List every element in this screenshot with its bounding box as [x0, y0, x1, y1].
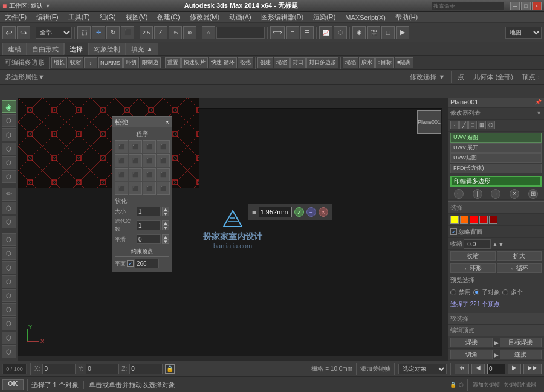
sidebar-btn-17[interactable]: ⬡: [2, 332, 16, 344]
cancel-btn[interactable]: ×: [319, 207, 328, 217]
sidebar-btn-18[interactable]: ⬡: [2, 345, 16, 358]
menu-graph-editor[interactable]: 图形编辑器(D): [259, 12, 306, 22]
menu-help[interactable]: 帮助(H): [393, 12, 420, 22]
constraint-btn[interactable]: 限制边: [140, 57, 161, 68]
grow-button[interactable]: 扩大: [497, 251, 542, 261]
menu-maxscript[interactable]: MAXScript(X): [343, 13, 388, 22]
ignore-back-checkbox[interactable]: ✓: [450, 228, 457, 235]
relax-btn[interactable]: 松弛: [238, 57, 253, 68]
coord-x-input[interactable]: [42, 364, 76, 374]
move-tool[interactable]: ✛: [92, 26, 105, 39]
modifier-ffd[interactable]: FFD(长方体): [450, 164, 542, 173]
sidebar-btn-15[interactable]: ⬡: [2, 303, 16, 316]
cap-poly-btn[interactable]: 封口多边形: [306, 57, 338, 68]
weld-distance-input[interactable]: [259, 207, 292, 217]
sidebar-btn-2[interactable]: ⬡: [2, 114, 16, 127]
nurms-btn[interactable]: NURMS: [98, 57, 123, 68]
material-editor[interactable]: ◈: [352, 26, 366, 39]
fp-avg-down[interactable]: ▼: [162, 239, 169, 244]
sidebar-btn-10[interactable]: ⬡: [2, 233, 16, 246]
fp-iter-down[interactable]: ▼: [162, 225, 169, 230]
mod-btn-pipe[interactable]: |: [473, 189, 482, 199]
tab-freeform[interactable]: 自由形式: [27, 43, 64, 55]
float-panel-close[interactable]: ×: [166, 118, 169, 126]
redo-button[interactable]: ↪: [17, 26, 30, 39]
fp-icon-1[interactable]: ⬛: [129, 140, 142, 153]
quick-slice-btn[interactable]: 快速切片: [181, 57, 208, 68]
sidebar-btn-7[interactable]: ✏: [2, 188, 16, 201]
curve-editor[interactable]: 📈: [319, 26, 332, 39]
snap-toggle[interactable]: 2.5: [140, 26, 153, 39]
threshold-input[interactable]: [464, 239, 491, 249]
fp-plane-checkbox[interactable]: ✓: [127, 260, 134, 267]
sidebar-btn-5[interactable]: ⬡: [2, 156, 16, 169]
schematic-view[interactable]: ⬡: [334, 26, 347, 39]
mode-tab-poly[interactable]: ▦: [478, 121, 486, 129]
tab-populate[interactable]: 填充 ▲: [126, 43, 158, 55]
ring-button[interactable]: ← 环形: [450, 263, 496, 273]
weld-button[interactable]: 焊接: [450, 338, 493, 347]
target-weld-btn[interactable]: ○目标: [375, 57, 394, 68]
target-weld-button[interactable]: 目标焊接: [500, 338, 542, 347]
swatch-yellow[interactable]: [450, 216, 459, 224]
fp-iter-input[interactable]: [137, 220, 161, 230]
undo-button[interactable]: ↩: [2, 26, 16, 39]
sidebar-btn-16[interactable]: ⬡: [2, 317, 16, 330]
fp-size-down[interactable]: ▼: [162, 211, 169, 216]
remove-button[interactable]: 连接: [500, 350, 542, 359]
spinner-snap[interactable]: ⊕: [183, 26, 196, 39]
sidebar-btn-4[interactable]: ⬡: [2, 143, 16, 155]
swift-loop-btn[interactable]: 快速 循环: [209, 57, 237, 68]
modifier-list-arrow[interactable]: ▼: [536, 110, 542, 116]
collapse-btn[interactable]: 塌陷: [274, 57, 290, 68]
swatch-orange[interactable]: [460, 216, 468, 224]
modifier-uwv[interactable]: UVW贴图: [450, 153, 542, 163]
time-input[interactable]: [487, 364, 505, 374]
fp-icon-14[interactable]: ⬛: [143, 182, 156, 195]
mode-tab-edge[interactable]: ╱: [459, 121, 468, 129]
menu-file[interactable]: 文件(F): [2, 12, 29, 22]
scale-tool[interactable]: ⬛: [121, 26, 134, 39]
swatch-verydarkred[interactable]: [489, 216, 497, 224]
mod-btn-delete[interactable]: ×: [510, 189, 519, 199]
coord-y-input[interactable]: [86, 364, 119, 374]
ok-button[interactable]: OK: [2, 379, 24, 390]
mode-tab-vert[interactable]: ·: [450, 121, 459, 129]
render-setup[interactable]: 🎬: [367, 26, 380, 39]
mode-tab-border[interactable]: □: [468, 121, 477, 129]
bridge-btn[interactable]: 塌陷: [343, 57, 358, 68]
sidebar-btn-3[interactable]: ⬡: [2, 128, 16, 141]
reset-btn[interactable]: 重置: [165, 57, 181, 68]
float-panel-header[interactable]: 松弛 ×: [112, 117, 172, 127]
named-sel-input[interactable]: [216, 27, 265, 39]
cap-btn[interactable]: 封口: [290, 57, 306, 68]
menu-modifier[interactable]: 修改器(M): [187, 12, 222, 22]
loop-btn[interactable]: ↕: [84, 57, 97, 68]
render-production[interactable]: ▶: [396, 26, 409, 39]
menu-tools[interactable]: 工具(T): [66, 12, 92, 22]
sidebar-btn-13[interactable]: ⬡: [2, 275, 16, 288]
view-dropdown[interactable]: 地图: [505, 27, 542, 39]
mod-btn-forward[interactable]: →: [491, 189, 500, 199]
radio-subobj[interactable]: 子对象: [473, 288, 500, 297]
shrink-button[interactable]: 收缩: [450, 251, 496, 261]
last-frame-btn[interactable]: ▶▶: [523, 364, 542, 374]
step-back-btn[interactable]: ◀: [471, 364, 485, 374]
close-button[interactable]: ×: [532, 2, 542, 10]
fp-icon-13[interactable]: ⬛: [129, 182, 142, 195]
mirror-tool[interactable]: ⟺: [270, 26, 285, 39]
tab-object-paint[interactable]: 对象绘制: [88, 43, 126, 55]
loop-button[interactable]: ← 循环: [497, 263, 542, 273]
add-btn[interactable]: +: [306, 207, 316, 217]
menu-group[interactable]: 组(G): [97, 12, 118, 22]
select-tool[interactable]: ⬚: [77, 26, 91, 39]
tab-modeling[interactable]: 建模: [2, 43, 27, 55]
detach-btn[interactable]: ■隔离: [395, 57, 413, 68]
fp-icon-4[interactable]: ⬛: [115, 154, 128, 167]
search-box[interactable]: [432, 2, 504, 10]
selection-filter[interactable]: 全部: [36, 27, 72, 39]
weld-btn[interactable]: 胶水: [359, 57, 375, 68]
viewport-vscroll[interactable]: [442, 98, 447, 361]
fp-icon-5[interactable]: ⬛: [129, 154, 142, 167]
tab-selection[interactable]: 选择: [64, 43, 88, 55]
